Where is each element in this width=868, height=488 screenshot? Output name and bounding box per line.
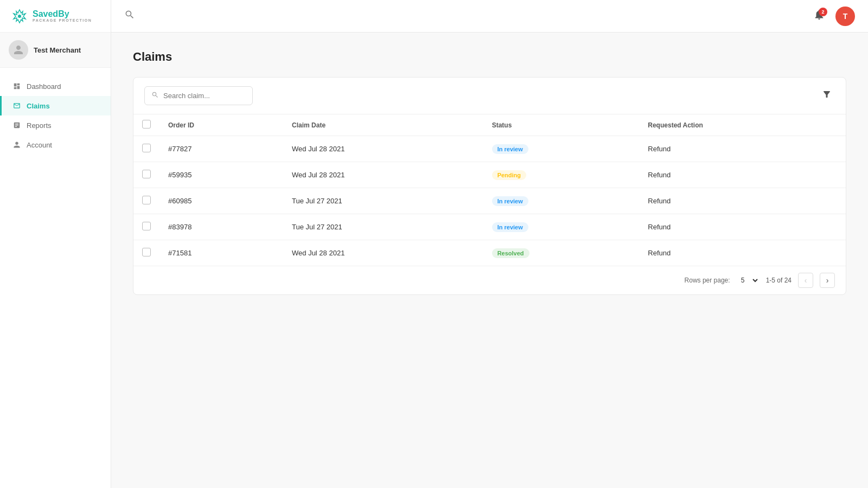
svg-point-1 xyxy=(18,15,21,18)
row-checkbox[interactable] xyxy=(142,222,151,230)
table-row: #60985 Tue Jul 27 2021 In review Refund xyxy=(133,188,846,214)
logo-text: SavedBy PACKAGE PROTECTION xyxy=(33,9,92,23)
nav-menu: Dashboard Claims Reports Account xyxy=(0,68,111,488)
row-action: Refund xyxy=(639,188,846,214)
main-content: Claims xyxy=(111,33,868,488)
topbar-right: 2 T xyxy=(809,7,855,26)
sidebar-item-reports[interactable]: Reports xyxy=(0,115,111,135)
row-checkbox-cell xyxy=(133,162,159,188)
topbar-search-icon[interactable] xyxy=(124,9,135,23)
claims-card: Order ID Claim Date Status Requested Act… xyxy=(133,77,846,295)
pagination-bar: Rows per page: 5 10 25 1-5 of 24 ‹ › xyxy=(133,266,846,294)
row-checkbox[interactable] xyxy=(142,196,151,204)
row-order-id: #71581 xyxy=(159,240,283,266)
row-status: Resolved xyxy=(483,240,640,266)
next-page-button[interactable]: › xyxy=(820,273,835,288)
topbar: 2 T xyxy=(111,0,868,33)
sidebar: SavedBy PACKAGE PROTECTION Test Merchant… xyxy=(0,0,111,488)
row-claim-date: Wed Jul 28 2021 xyxy=(283,162,483,188)
rows-per-page-select[interactable]: 5 10 25 xyxy=(737,275,760,286)
table-row: #71581 Wed Jul 28 2021 Resolved Refund xyxy=(133,240,846,266)
row-action: Refund xyxy=(639,214,846,240)
row-claim-date: Tue Jul 27 2021 xyxy=(283,188,483,214)
claims-table: Order ID Claim Date Status Requested Act… xyxy=(133,114,846,266)
claims-toolbar xyxy=(133,78,846,114)
row-checkbox[interactable] xyxy=(142,170,151,178)
merchant-profile[interactable]: Test Merchant xyxy=(0,33,111,68)
dashboard-label: Dashboard xyxy=(27,82,61,91)
row-checkbox-cell xyxy=(133,136,159,162)
row-order-id: #83978 xyxy=(159,214,283,240)
row-checkbox-cell xyxy=(133,188,159,214)
table-row: #59935 Wed Jul 28 2021 Pending Refund xyxy=(133,162,846,188)
row-checkbox[interactable] xyxy=(142,248,151,256)
pagination-info: 1-5 of 24 xyxy=(766,277,792,284)
status-badge: In review xyxy=(492,222,528,232)
row-order-id: #77827 xyxy=(159,136,283,162)
logo-name: SavedBy xyxy=(33,9,92,19)
search-wrap[interactable] xyxy=(144,86,253,105)
table-row: #83978 Tue Jul 27 2021 In review Refund xyxy=(133,214,846,240)
row-checkbox-cell xyxy=(133,240,159,266)
search-input[interactable] xyxy=(163,92,246,100)
select-all-header xyxy=(133,114,159,136)
row-checkbox-cell xyxy=(133,214,159,240)
col-order-id: Order ID xyxy=(159,114,283,136)
row-claim-date: Wed Jul 28 2021 xyxy=(283,240,483,266)
row-claim-date: Wed Jul 28 2021 xyxy=(283,136,483,162)
status-badge: In review xyxy=(492,144,528,154)
row-order-id: #60985 xyxy=(159,188,283,214)
row-claim-date: Tue Jul 27 2021 xyxy=(283,214,483,240)
status-badge: Pending xyxy=(492,170,526,180)
filter-button[interactable] xyxy=(819,86,835,105)
col-status: Status xyxy=(483,114,640,136)
avatar xyxy=(9,40,28,60)
table-row: #77827 Wed Jul 28 2021 In review Refund xyxy=(133,136,846,162)
sidebar-item-dashboard[interactable]: Dashboard xyxy=(0,76,111,96)
select-all-checkbox[interactable] xyxy=(142,120,151,129)
page-title: Claims xyxy=(133,50,846,64)
reports-icon xyxy=(12,121,21,130)
row-status: In review xyxy=(483,188,640,214)
logo-area: SavedBy PACKAGE PROTECTION xyxy=(0,0,111,33)
logo-icon xyxy=(11,8,28,25)
col-requested-action: Requested Action xyxy=(639,114,846,136)
logo-subtitle: PACKAGE PROTECTION xyxy=(33,18,92,23)
claims-tbody: #77827 Wed Jul 28 2021 In review Refund … xyxy=(133,136,846,266)
reports-label: Reports xyxy=(27,121,52,130)
row-status: In review xyxy=(483,136,640,162)
sidebar-item-claims[interactable]: Claims xyxy=(0,96,111,115)
row-action: Refund xyxy=(639,136,846,162)
search-icon xyxy=(151,91,159,100)
notification-button[interactable]: 2 xyxy=(809,7,829,26)
row-checkbox[interactable] xyxy=(142,144,151,152)
row-order-id: #59935 xyxy=(159,162,283,188)
dashboard-icon xyxy=(12,82,21,91)
row-action: Refund xyxy=(639,240,846,266)
status-badge: Resolved xyxy=(492,248,529,258)
account-icon xyxy=(12,140,21,149)
status-badge: In review xyxy=(492,196,528,206)
main-area: 2 T Claims xyxy=(111,0,868,488)
notification-badge: 2 xyxy=(819,8,827,16)
merchant-name: Test Merchant xyxy=(34,46,81,54)
user-avatar[interactable]: T xyxy=(835,7,855,26)
rows-per-page-label: Rows per page: xyxy=(685,277,730,284)
row-action: Refund xyxy=(639,162,846,188)
sidebar-item-account[interactable]: Account xyxy=(0,135,111,155)
account-label: Account xyxy=(27,141,52,149)
claims-icon xyxy=(12,101,21,110)
claims-label: Claims xyxy=(27,102,50,110)
row-status: In review xyxy=(483,214,640,240)
row-status: Pending xyxy=(483,162,640,188)
prev-page-button[interactable]: ‹ xyxy=(798,273,813,288)
col-claim-date: Claim Date xyxy=(283,114,483,136)
